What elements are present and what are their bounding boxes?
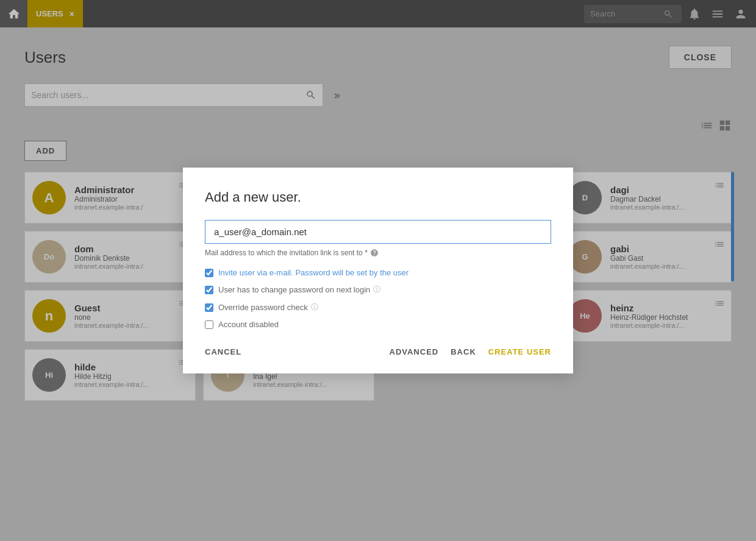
- help-icon: [370, 249, 379, 257]
- invite-checkbox[interactable]: [205, 269, 213, 277]
- add-user-modal: Add a new user. Mail address to which th…: [183, 168, 573, 373]
- override-pw-checkbox[interactable]: [205, 303, 213, 312]
- account-disabled-label[interactable]: Account disabled: [218, 320, 279, 329]
- account-disabled-checkbox-row: Account disabled: [205, 320, 551, 329]
- account-disabled-checkbox[interactable]: [205, 320, 213, 329]
- change-pw-label[interactable]: User has to change password on next logi…: [218, 285, 380, 295]
- help-icon-changepw: ⓘ: [373, 285, 380, 295]
- advanced-button[interactable]: ADVANCED: [390, 347, 439, 356]
- modal-overlay: Add a new user. Mail address to which th…: [0, 0, 756, 541]
- back-button[interactable]: BACK: [451, 347, 476, 356]
- modal-title: Add a new user.: [205, 189, 551, 205]
- invite-checkbox-row: Invite user via e-mail. Password will be…: [205, 268, 551, 277]
- create-user-button[interactable]: CREATE USER: [488, 347, 551, 356]
- footer-right: ADVANCED BACK CREATE USER: [390, 347, 552, 356]
- footer-left: CANCEL: [205, 347, 241, 356]
- modal-footer: CANCEL ADVANCED BACK CREATE USER: [205, 347, 551, 356]
- email-label: Mail address to which the invitation lin…: [205, 249, 551, 257]
- change-pw-checkbox[interactable]: [205, 286, 213, 294]
- help-icon-override: ⓘ: [311, 302, 318, 313]
- override-pw-checkbox-row: Override password check ⓘ: [205, 302, 551, 313]
- change-pw-checkbox-row: User has to change password on next logi…: [205, 285, 551, 295]
- email-input[interactable]: [205, 220, 551, 244]
- invite-label[interactable]: Invite user via e-mail. Password will be…: [218, 268, 408, 277]
- cancel-button[interactable]: CANCEL: [205, 347, 241, 356]
- override-pw-label[interactable]: Override password check ⓘ: [218, 302, 318, 313]
